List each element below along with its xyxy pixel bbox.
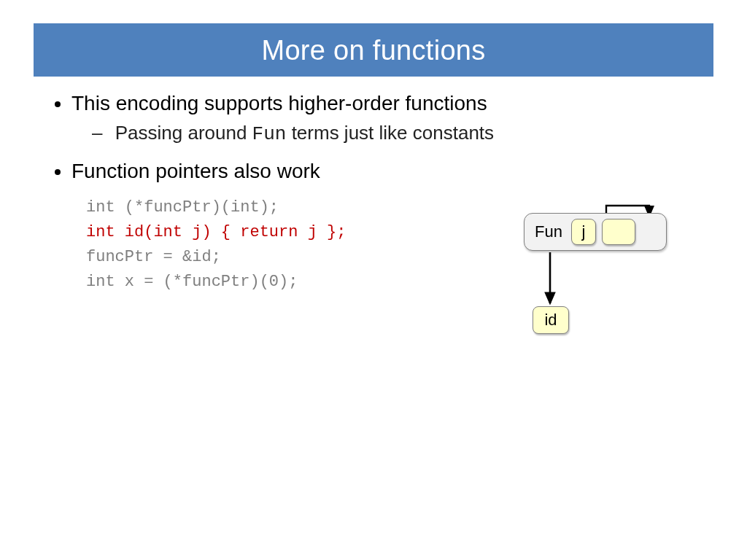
fun-node: Fun j [524, 213, 667, 251]
bullet-list: This encoding supports higher-order func… [44, 90, 703, 185]
bullet-2: Function pointers also work [71, 158, 703, 185]
id-node: id [533, 306, 569, 334]
fun-node-label: Fun [535, 222, 562, 241]
slide-title: More on functions [34, 23, 713, 77]
term-diagram: Fun j id [524, 203, 677, 341]
sub-bullet-1-pre: Passing around [115, 122, 252, 144]
sub-bullet-1-post: terms just like constants [286, 122, 494, 144]
arg-box-j: j [571, 219, 596, 245]
arg-box-empty [602, 219, 635, 245]
sub-bullet-1: Passing around Fun terms just like const… [92, 120, 703, 147]
sub-bullet-list: Passing around Fun terms just like const… [71, 120, 703, 147]
bullet-1-text: This encoding supports higher-order func… [71, 92, 487, 114]
bullet-1: This encoding supports higher-order func… [71, 90, 703, 147]
sub-bullet-1-code: Fun [252, 123, 287, 145]
